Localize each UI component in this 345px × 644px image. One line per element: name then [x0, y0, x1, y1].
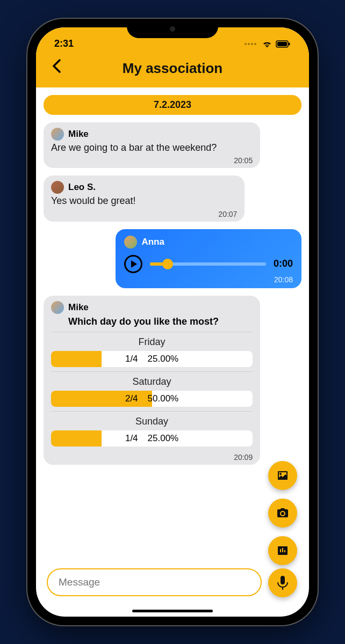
play-button[interactable]: [124, 255, 142, 273]
message-time: 20:09: [51, 453, 253, 462]
poll-pct: 25.00%: [148, 354, 179, 364]
poll-count: 1/4: [125, 433, 138, 444]
sender-name: Mike: [68, 302, 89, 313]
svg-rect-2: [289, 42, 290, 45]
input-row: [47, 568, 262, 596]
poll-option-label: Saturday: [51, 376, 253, 387]
poll-bar: 2/4 50.00%: [51, 391, 253, 407]
poll-option-label: Friday: [51, 336, 253, 348]
avatar: [51, 301, 64, 314]
message-bubble[interactable]: Mike Are we going to a bar at the weeken…: [44, 122, 260, 168]
poll-message[interactable]: Mike Which day do you like the most? Fri…: [44, 296, 260, 465]
poll-bar: 1/4 25.00%: [51, 430, 253, 447]
audio-duration: 0:00: [274, 258, 293, 269]
status-dots-icon: [245, 43, 256, 45]
wifi-icon: [262, 40, 272, 48]
status-time: 2:31: [54, 38, 74, 49]
message-text: Are we going to a bar at the weekend?: [51, 142, 253, 154]
audio-thumb[interactable]: [162, 259, 173, 269]
image-icon: [276, 469, 289, 482]
date-separator: 7.2.2023: [44, 95, 301, 115]
gallery-button[interactable]: [268, 461, 297, 490]
avatar: [51, 181, 64, 194]
poll-count: 2/4: [125, 393, 138, 404]
fab-column: [268, 461, 297, 565]
home-indicator[interactable]: [132, 610, 213, 612]
poll-option-label: Sunday: [51, 416, 253, 427]
poll-pct: 25.00%: [148, 433, 179, 444]
message-text: Yes would be great!: [51, 195, 237, 207]
camera-icon: [276, 507, 289, 519]
audio-track[interactable]: [150, 262, 266, 266]
poll-option[interactable]: Sunday 1/4 25.00%: [51, 411, 253, 451]
mic-button[interactable]: [268, 568, 297, 597]
sender-name: Anna: [141, 237, 164, 247]
poll-fill: [51, 430, 102, 447]
poll-count: 1/4: [125, 354, 138, 364]
status-bar: 2:31: [36, 38, 309, 55]
camera-button[interactable]: [268, 499, 297, 528]
notch: [127, 19, 218, 38]
message-bubble[interactable]: Leo S. Yes would be great! 20:07: [44, 175, 245, 221]
poll-option[interactable]: Saturday 2/4 50.00%: [51, 371, 253, 411]
back-button[interactable]: [49, 58, 65, 74]
avatar: [124, 236, 137, 248]
mic-icon: [277, 576, 289, 590]
poll-fill: [51, 351, 102, 367]
chart-icon: [276, 544, 289, 557]
chevron-left-icon: [52, 59, 62, 73]
poll-question: Which day do you like the most?: [51, 316, 253, 327]
screen: 2:31 My association 7.2.2023: [36, 27, 309, 617]
poll-option[interactable]: Friday 1/4 25.00%: [51, 332, 253, 371]
sender-name: Leo S.: [68, 182, 96, 193]
sender-name: Mike: [68, 129, 89, 140]
audio-message-bubble[interactable]: Anna 0:00 20:08: [116, 229, 301, 288]
svg-rect-1: [277, 42, 287, 46]
poll-bar: 1/4 25.00%: [51, 351, 253, 367]
message-time: 20:05: [51, 156, 253, 165]
page-title: My association: [123, 60, 222, 77]
message-input[interactable]: [47, 568, 262, 596]
title-bar: My association: [36, 55, 309, 87]
avatar: [51, 128, 64, 141]
status-right: [245, 40, 291, 48]
poll-pct: 50.00%: [148, 393, 179, 404]
battery-icon: [276, 40, 291, 48]
poll-button[interactable]: [268, 536, 297, 565]
message-time: 20:08: [124, 275, 293, 284]
phone-frame: 2:31 My association 7.2.2023: [27, 19, 318, 625]
message-time: 20:07: [51, 210, 237, 218]
chat-content[interactable]: 7.2.2023 Mike Are we going to a bar at t…: [36, 87, 309, 617]
